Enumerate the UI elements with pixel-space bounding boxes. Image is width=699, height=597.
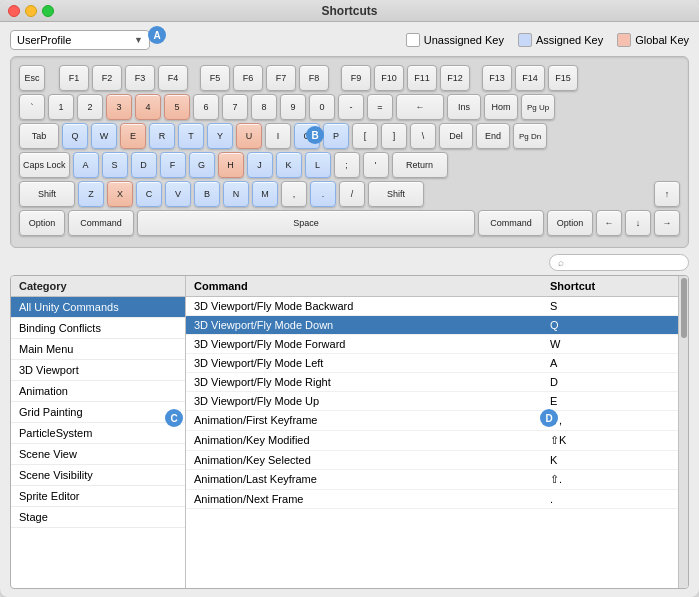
key-option-right[interactable]: Option <box>547 210 593 236</box>
command-row[interactable]: Animation/Key Modified⇧K <box>186 431 678 451</box>
key-f10[interactable]: F10 <box>374 65 404 91</box>
key-f4[interactable]: F4 <box>158 65 188 91</box>
key-f9[interactable]: F9 <box>341 65 371 91</box>
key-f15[interactable]: F15 <box>548 65 578 91</box>
key-f2[interactable]: F2 <box>92 65 122 91</box>
key-6[interactable]: 6 <box>193 94 219 120</box>
key-home[interactable]: Hom <box>484 94 518 120</box>
key-esc[interactable]: Esc <box>19 65 45 91</box>
category-item[interactable]: Sprite Editor <box>11 486 185 507</box>
command-row[interactable]: 3D Viewport/Fly Mode LeftA <box>186 354 678 373</box>
key-f3[interactable]: F3 <box>125 65 155 91</box>
maximize-button[interactable] <box>42 5 54 17</box>
key-a[interactable]: A <box>73 152 99 178</box>
key-t[interactable]: T <box>178 123 204 149</box>
minimize-button[interactable] <box>25 5 37 17</box>
key-backspace[interactable]: ← <box>396 94 444 120</box>
key-f13[interactable]: F13 <box>482 65 512 91</box>
key-pgdn[interactable]: Pg Dn <box>513 123 547 149</box>
key-b[interactable]: B <box>194 181 220 207</box>
key-f6[interactable]: F6 <box>233 65 263 91</box>
scrollbar[interactable] <box>678 276 688 588</box>
category-item[interactable]: 3D Viewport <box>11 360 185 381</box>
key-shift-right[interactable]: Shift <box>368 181 424 207</box>
key-i[interactable]: I <box>265 123 291 149</box>
scroll-thumb[interactable] <box>681 278 687 338</box>
key-w[interactable]: W <box>91 123 117 149</box>
key-0[interactable]: 0 <box>309 94 335 120</box>
key-1[interactable]: 1 <box>48 94 74 120</box>
key-f1[interactable]: F1 <box>59 65 89 91</box>
key-c[interactable]: C <box>136 181 162 207</box>
key-option-left[interactable]: Option <box>19 210 65 236</box>
key-quote[interactable]: ' <box>363 152 389 178</box>
key-ins[interactable]: Ins <box>447 94 481 120</box>
key-slash[interactable]: / <box>339 181 365 207</box>
key-pgup[interactable]: Pg Up <box>521 94 555 120</box>
key-e[interactable]: E <box>120 123 146 149</box>
key-period[interactable]: . <box>310 181 336 207</box>
key-command-right[interactable]: Command <box>478 210 544 236</box>
category-item[interactable]: Stage <box>11 507 185 528</box>
key-space[interactable]: Space <box>137 210 475 236</box>
key-end[interactable]: End <box>476 123 510 149</box>
key-f12[interactable]: F12 <box>440 65 470 91</box>
category-item[interactable]: ParticleSystem <box>11 423 185 444</box>
key-f11[interactable]: F11 <box>407 65 437 91</box>
key-g[interactable]: G <box>189 152 215 178</box>
category-item[interactable]: All Unity Commands <box>11 297 185 318</box>
key-q[interactable]: Q <box>62 123 88 149</box>
key-7[interactable]: 7 <box>222 94 248 120</box>
category-item[interactable]: Scene Visibility <box>11 465 185 486</box>
category-item[interactable]: Grid Painting <box>11 402 185 423</box>
key-9[interactable]: 9 <box>280 94 306 120</box>
command-row[interactable]: 3D Viewport/Fly Mode UpE <box>186 392 678 411</box>
key-4[interactable]: 4 <box>135 94 161 120</box>
key-right[interactable]: → <box>654 210 680 236</box>
key-f7[interactable]: F7 <box>266 65 296 91</box>
key-p[interactable]: P <box>323 123 349 149</box>
key-return[interactable]: Return <box>392 152 448 178</box>
key-up[interactable]: ↑ <box>654 181 680 207</box>
category-item[interactable]: Animation <box>11 381 185 402</box>
key-semicolon[interactable]: ; <box>334 152 360 178</box>
close-button[interactable] <box>8 5 20 17</box>
key-shift-left[interactable]: Shift <box>19 181 75 207</box>
command-row[interactable]: 3D Viewport/Fly Mode RightD <box>186 373 678 392</box>
search-box[interactable]: ⌕ <box>549 254 689 271</box>
category-item[interactable]: Scene View <box>11 444 185 465</box>
command-row[interactable]: 3D Viewport/Fly Mode ForwardW <box>186 335 678 354</box>
key-f[interactable]: F <box>160 152 186 178</box>
key-r[interactable]: R <box>149 123 175 149</box>
category-item[interactable]: Main Menu <box>11 339 185 360</box>
command-row[interactable]: Animation/Key SelectedK <box>186 451 678 470</box>
command-row[interactable]: Animation/Last Keyframe⇧. <box>186 470 678 490</box>
key-x[interactable]: X <box>107 181 133 207</box>
command-row[interactable]: Animation/Next Frame. <box>186 490 678 509</box>
key-rbracket[interactable]: ] <box>381 123 407 149</box>
key-s[interactable]: S <box>102 152 128 178</box>
key-k[interactable]: K <box>276 152 302 178</box>
key-del[interactable]: Del <box>439 123 473 149</box>
profile-dropdown[interactable]: UserProfile ▼ <box>10 30 150 50</box>
command-row[interactable]: Animation/First Keyframe⇧, <box>186 411 678 431</box>
key-left[interactable]: ← <box>596 210 622 236</box>
key-8[interactable]: 8 <box>251 94 277 120</box>
key-comma[interactable]: , <box>281 181 307 207</box>
key-l[interactable]: L <box>305 152 331 178</box>
key-backtick[interactable]: ` <box>19 94 45 120</box>
key-3[interactable]: 3 <box>106 94 132 120</box>
key-2[interactable]: 2 <box>77 94 103 120</box>
key-n[interactable]: N <box>223 181 249 207</box>
key-tab[interactable]: Tab <box>19 123 59 149</box>
key-d[interactable]: D <box>131 152 157 178</box>
key-u[interactable]: U <box>236 123 262 149</box>
key-f14[interactable]: F14 <box>515 65 545 91</box>
key-m[interactable]: M <box>252 181 278 207</box>
command-row[interactable]: 3D Viewport/Fly Mode DownQ <box>186 316 678 335</box>
key-minus[interactable]: - <box>338 94 364 120</box>
key-y[interactable]: Y <box>207 123 233 149</box>
key-caps-lock[interactable]: Caps Lock <box>19 152 70 178</box>
key-f8[interactable]: F8 <box>299 65 329 91</box>
key-h[interactable]: H <box>218 152 244 178</box>
